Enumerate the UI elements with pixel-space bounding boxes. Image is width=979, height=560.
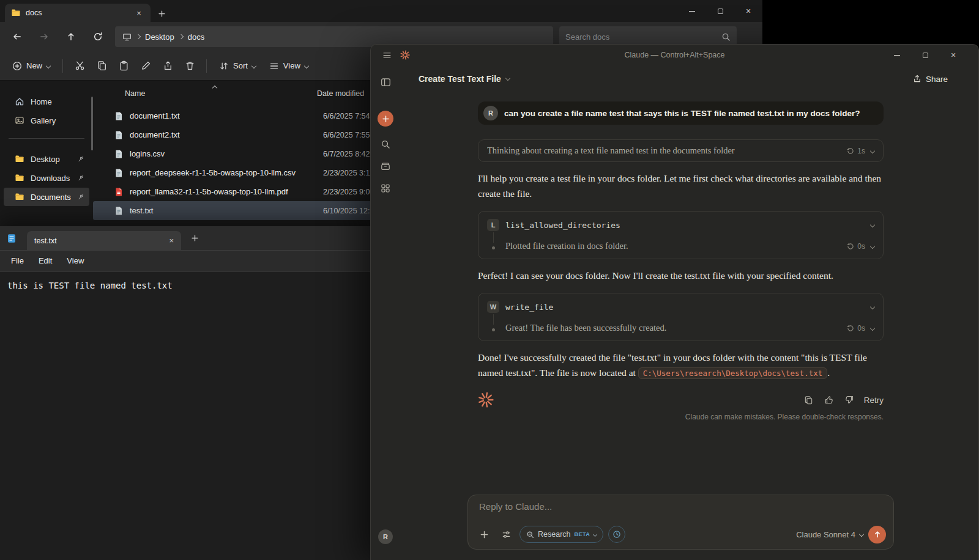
claude-logo-icon: [400, 50, 410, 60]
toolbar-divider: [206, 59, 207, 73]
maximize-button[interactable]: [911, 45, 939, 65]
claude-sidebar-rail: R: [371, 65, 400, 560]
tool-call-block[interactable]: L list_allowed_directories Plotted file …: [478, 211, 884, 259]
file-date: 6/10/2025 12:1: [323, 207, 374, 215]
chat-title-dropdown[interactable]: Create Test Text File: [419, 74, 510, 84]
menu-edit[interactable]: Edit: [31, 253, 59, 268]
new-button[interactable]: New: [6, 57, 56, 75]
send-button[interactable]: [868, 526, 886, 543]
sort-button[interactable]: Sort: [213, 57, 262, 75]
file-name: document2.txt: [130, 130, 317, 139]
delete-button[interactable]: [179, 56, 200, 76]
column-header-name[interactable]: Name: [125, 89, 317, 98]
breadcrumb-separator-icon: [178, 34, 183, 39]
tool-thought-text: Plotted file creation in docs folder.: [505, 241, 841, 251]
cut-button[interactable]: [69, 56, 90, 76]
notepad-new-tab-button[interactable]: [191, 234, 199, 242]
search-input[interactable]: [565, 32, 721, 42]
research-toggle[interactable]: Research BETA: [519, 526, 603, 543]
up-button[interactable]: [58, 26, 84, 48]
pdf-file-icon: [114, 187, 124, 197]
research-icon: [526, 531, 534, 539]
sidebar-item-home[interactable]: Home: [4, 92, 89, 111]
file-name: report_llama32-r1-1-5b-owasp-top-10-llm.…: [130, 187, 317, 196]
hamburger-menu-icon[interactable]: [379, 48, 394, 62]
file-date: 2/23/2025 3:11: [323, 169, 373, 177]
new-button-label: New: [26, 61, 42, 70]
sidebar-item-downloads[interactable]: Downloads: [4, 169, 89, 187]
breadcrumb-docs[interactable]: docs: [188, 32, 204, 42]
toolbar-divider: [62, 59, 63, 73]
refresh-button[interactable]: [84, 26, 111, 48]
maximize-button[interactable]: [706, 0, 734, 22]
rename-button[interactable]: [135, 56, 156, 76]
copy-button[interactable]: [91, 56, 112, 76]
tool-call-header[interactable]: L list_allowed_directories: [487, 219, 874, 231]
model-selector[interactable]: Claude Sonnet 4: [796, 530, 863, 539]
sidebar-item-documents[interactable]: Documents: [4, 188, 89, 206]
beta-badge: BETA: [575, 531, 590, 537]
new-tab-button[interactable]: [158, 10, 166, 18]
message-actions: Retry: [803, 394, 884, 405]
breadcrumb-desktop[interactable]: Desktop: [145, 32, 174, 42]
folder-icon: [15, 192, 24, 202]
copy-response-icon[interactable]: [803, 394, 814, 405]
minimize-button[interactable]: [883, 45, 911, 65]
extended-thinking-toggle[interactable]: [608, 526, 625, 543]
sidebar-toggle-icon[interactable]: [376, 73, 395, 91]
close-button[interactable]: ×: [734, 0, 762, 22]
back-button[interactable]: [4, 26, 31, 48]
reply-input[interactable]: [479, 501, 883, 512]
tool-thought-row[interactable]: Great! The file has been successfully cr…: [487, 323, 874, 333]
share-button[interactable]: [157, 56, 178, 76]
file-date: 6/6/2025 7:55: [323, 131, 370, 139]
txt-file-icon: [114, 206, 124, 216]
tools-sliders-icon[interactable]: [497, 526, 515, 543]
search-chats-icon[interactable]: [376, 135, 395, 153]
file-path-code[interactable]: C:\Users\research\Desktop\docs\test.txt: [638, 367, 828, 379]
menu-view[interactable]: View: [59, 253, 91, 268]
attach-plus-icon[interactable]: [475, 526, 493, 543]
sidebar-item-gallery[interactable]: Gallery: [4, 111, 89, 130]
close-button[interactable]: ×: [939, 45, 967, 65]
chevron-down-icon: [870, 223, 875, 227]
tab-close-icon[interactable]: ×: [133, 7, 144, 18]
sidebar-item-desktop[interactable]: Desktop: [4, 150, 89, 168]
minimize-button[interactable]: [678, 0, 706, 22]
apps-grid-icon[interactable]: [376, 179, 395, 197]
file-name: logins.csv: [130, 149, 317, 158]
view-button[interactable]: View: [263, 57, 315, 75]
chevron-down-icon: [870, 325, 875, 330]
notepad-app-icon: [6, 233, 17, 244]
sidebar-item-label: Gallery: [31, 116, 56, 125]
projects-icon[interactable]: [376, 157, 395, 175]
paste-button[interactable]: [113, 56, 134, 76]
retry-button[interactable]: Retry: [864, 396, 884, 405]
user-message: R can you create a file name test that s…: [478, 101, 884, 125]
tool-thought-row[interactable]: Plotted file creation in docs folder. 0s: [487, 241, 874, 251]
explorer-tab-label: docs: [26, 9, 42, 17]
new-chat-button[interactable]: [378, 111, 393, 127]
folder-icon: [15, 154, 24, 164]
txt-file-icon: [114, 111, 124, 121]
thumbs-up-icon[interactable]: [824, 394, 835, 405]
notepad-text-area[interactable]: this is TEST file named test.txt: [0, 272, 374, 560]
thumbs-down-icon[interactable]: [844, 394, 855, 405]
column-header-date[interactable]: Date modified: [317, 89, 364, 98]
tool-duration-text: 0s: [857, 324, 865, 333]
explorer-tab-docs[interactable]: docs ×: [5, 4, 151, 22]
tool-call-block[interactable]: W write_file Great! The file has been su…: [478, 293, 884, 341]
notepad-tab-testtxt[interactable]: test.txt ×: [27, 231, 181, 250]
share-button[interactable]: Share: [907, 71, 954, 87]
tool-badge: L: [487, 219, 499, 231]
menu-file[interactable]: File: [4, 253, 31, 268]
tool-duration-text: 0s: [857, 242, 865, 251]
thinking-block[interactable]: Thinking about creating a text file name…: [478, 139, 884, 162]
user-profile-avatar[interactable]: R: [378, 529, 393, 544]
claude-titlebar: Claude — Control+Alt+Space ×: [371, 45, 978, 65]
tab-close-icon[interactable]: ×: [169, 236, 174, 245]
forward-button[interactable]: [31, 26, 58, 48]
tool-call-header[interactable]: W write_file: [487, 301, 874, 313]
reply-input-box[interactable]: Research BETA Claude Sonnet 4: [467, 495, 894, 550]
claude-starburst-icon: [478, 392, 494, 408]
